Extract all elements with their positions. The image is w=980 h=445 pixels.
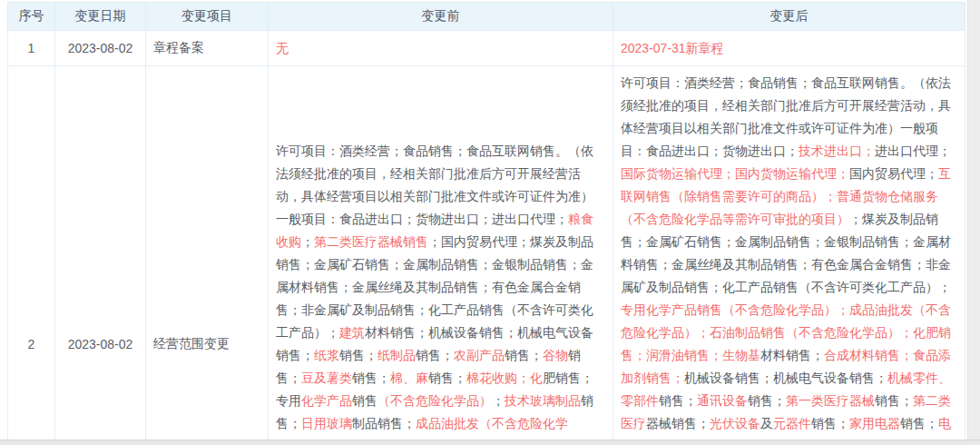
- text-segment: 销售；: [352, 371, 390, 385]
- diff-highlight-text: 第一类医疗器械: [786, 393, 875, 408]
- column-header-seq: 序号: [8, 3, 55, 31]
- column-header-after-change: 变更后: [613, 3, 965, 31]
- cell-change-date: 2023-08-02: [55, 31, 146, 66]
- cell-change-date: 2023-08-02: [55, 66, 146, 445]
- diff-highlight-text: 元器件: [773, 416, 811, 430]
- text-segment: 销售；: [811, 416, 849, 430]
- diff-highlight-text: 棉、麻: [390, 371, 428, 385]
- diff-highlight-text: 棉花收购；化: [466, 371, 543, 385]
- text-segment: 材料销售；: [760, 348, 824, 362]
- text-segment: 销售；: [505, 348, 543, 362]
- diff-highlight-text: 无: [276, 41, 289, 55]
- table-row: 2 2023-08-02 经营范围变更 许可项目：酒类经营；食品销售；食品互联网…: [8, 66, 965, 445]
- cell-seq: 2: [8, 66, 55, 445]
- change-records-table: 序号 变更日期 变更项目 变更前 变更后 1 2023-08-02 章程备案 无…: [7, 2, 965, 445]
- cell-change-item: 经营范围变更: [146, 66, 269, 445]
- text-segment: ；: [301, 234, 314, 249]
- text-segment: 销售；: [428, 371, 466, 385]
- column-header-change-date: 变更日期: [55, 3, 146, 31]
- text-segment: ；: [492, 393, 505, 408]
- diff-highlight-text: 国际货物运输代理；国内货物运输代理；: [621, 166, 849, 181]
- diff-highlight-text: 建筑: [339, 325, 365, 340]
- text-segment: 国内贸易代理；: [849, 166, 938, 181]
- diff-highlight-text: 农副产品: [454, 348, 505, 362]
- header-row: 序号 变更日期 变更项目 变更前 变更后: [8, 3, 965, 31]
- text-segment: 销售；: [659, 393, 697, 408]
- text-segment: 进出口代理；: [875, 143, 951, 158]
- diff-highlight-text: 纸浆: [314, 348, 339, 362]
- diff-highlight-text: 谷物: [543, 348, 568, 362]
- diff-highlight-text: 第二类医疗器械销售: [314, 234, 428, 249]
- diff-highlight-text: （不含危险化学品）: [377, 393, 492, 408]
- diff-highlight-text: 光伏设备: [710, 416, 760, 430]
- text-segment: 销售: [352, 393, 377, 408]
- cell-before-change: 无: [269, 31, 613, 66]
- table-row: 1 2023-08-02 章程备案 无 2023-07-31新章程: [8, 31, 965, 66]
- text-segment: 销售；: [748, 393, 786, 408]
- column-header-before-change: 变更前: [269, 3, 613, 31]
- vertical-scrollbar-track[interactable]: [967, 0, 980, 440]
- diff-highlight-text: 家用电器: [849, 416, 900, 430]
- cell-after-change: 2023-07-31新章程: [613, 31, 965, 66]
- text-segment: 许可项目：酒类经营；食品销售；食品互联网销售。（依法须经批准的项目，经相关部门批…: [276, 143, 593, 226]
- change-records-page: 序号 变更日期 变更项目 变更前 变更后 1 2023-08-02 章程备案 无…: [0, 0, 980, 445]
- cell-seq: 1: [8, 31, 55, 66]
- text-segment: ；国内贸易代理；煤炭及制品销售；金属矿石销售；金属制品销售；金银制品销售；金属材…: [276, 234, 593, 340]
- cell-before-change: 许可项目：酒类经营；食品销售；食品互联网销售。（依法须经批准的项目，经相关部门批…: [269, 66, 613, 445]
- text-segment: 销售；: [416, 348, 454, 362]
- text-segment: 机械设备销售；机械电气设备销售；: [684, 371, 887, 385]
- diff-highlight-text: 纸制品: [377, 348, 416, 362]
- diff-highlight-text: 技术进出口；: [799, 143, 875, 158]
- text-segment: 器械销售；: [646, 416, 710, 430]
- text-segment: 制品销售；: [352, 416, 416, 430]
- diff-highlight-text: 2023-07-31新章程: [621, 41, 724, 55]
- diff-highlight-text: 日用玻璃: [301, 416, 352, 430]
- text-segment: 销售；: [900, 416, 938, 430]
- diff-highlight-text: 豆及薯类: [301, 371, 352, 385]
- horizontal-scrollbar-track[interactable]: [0, 440, 980, 445]
- diff-highlight-text: 通讯设备: [697, 393, 748, 408]
- cell-change-item: 章程备案: [146, 31, 269, 66]
- text-segment: 销售；: [875, 393, 913, 408]
- diff-highlight-text: 技术玻璃制品: [505, 393, 581, 408]
- text-segment: 销售；: [339, 348, 377, 362]
- column-header-change-item: 变更项目: [146, 3, 269, 31]
- text-segment: 及: [760, 416, 773, 430]
- diff-highlight-text: 化学产品: [301, 393, 352, 408]
- cell-after-change: 许可项目：酒类经营；食品销售；食品互联网销售。（依法须经批准的项目，经相关部门批…: [613, 66, 965, 445]
